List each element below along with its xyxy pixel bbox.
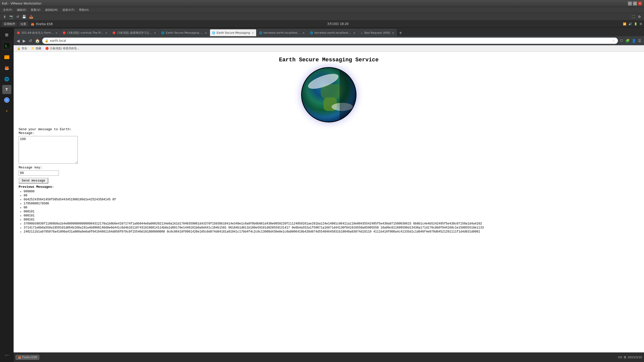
key-label: Message key: [19, 166, 639, 169]
list-item: 00 [24, 206, 639, 209]
list-item: 37090b59030f11060b0a1b4e0000000000000043… [24, 222, 639, 225]
sidebar-files-icon[interactable] [2, 52, 12, 62]
tab-5-close[interactable]: × [302, 31, 305, 35]
bookmark-0-icon: 🔒 [17, 47, 21, 50]
vm-toolbar: ⏸ 📷 ↺ 💾 📤 ⛶ ⚙ [0, 13, 644, 21]
bookmark-0-label: 安全 [22, 47, 27, 50]
kali-main: ⊞ $_ 🦊 🌐 T ⚡ ⋯ [0, 28, 644, 362]
list-item: 000101 [24, 218, 639, 221]
sidebar-terminal-icon[interactable]: $_ [2, 41, 12, 51]
menu-file[interactable]: 文件(F) [1, 8, 14, 12]
vm-fullscreen-btn[interactable]: ⛶ [631, 14, 636, 20]
url-bar[interactable]: 🔒 earth.local ☆ [42, 37, 618, 44]
sidebar-grid-icon[interactable]: ⋯ [2, 350, 12, 360]
bookmark-2-label: (1条消息) 布里丹的毛... [50, 47, 79, 50]
tab-6[interactable]: 🌐 terratest.earth.local/testda... × [308, 29, 358, 36]
menu-btn[interactable]: ☰ [637, 38, 642, 43]
vm-reset-btn[interactable]: ↺ [15, 14, 20, 20]
back-button[interactable]: ◀ [16, 37, 21, 44]
nav-bar: ◀ ▶ ↺ 🏠 🔒 earth.local ☆ 🛡 🧩 👤 [14, 36, 644, 45]
kali-panel-center: 3月10日 18:20 [55, 22, 621, 26]
tab-7-close[interactable]: × [392, 31, 394, 35]
forward-button[interactable]: ▶ [22, 37, 27, 44]
sidebar-burp-icon[interactable]: ⚡ [2, 106, 12, 116]
vm-send-btn[interactable]: 📤 [28, 14, 34, 20]
reload-button[interactable]: ↺ [28, 37, 33, 44]
tab-0[interactable]: 🔴 201-A9-命令注入·Farm... × [15, 29, 60, 36]
tab-1-close[interactable]: × [105, 31, 107, 35]
maximize-button[interactable]: □ [633, 2, 637, 6]
lock-icon: 🔒 [45, 39, 49, 42]
tab-3[interactable]: 🌐 Earth Secure Messaging Ad... × [159, 29, 209, 36]
vmware-window: Kali - VMware Workstation ─ □ ✕ 文件(F) 编辑… [0, 0, 644, 362]
message-label: Message: [19, 131, 639, 135]
tab-1-label: (3条消息) vulnhub The Pi... [67, 31, 103, 35]
sidebar-chrome-icon[interactable] [2, 95, 12, 105]
extensions-btn[interactable]: 🛡 [619, 38, 624, 43]
kali-panel-right: 📶 🔊 🔋 ⚙ [623, 22, 642, 26]
tab-6-close[interactable]: × [353, 31, 356, 35]
vm-snap-btn[interactable]: 📷 [8, 14, 14, 20]
bookmarks-bar: 🔒 安全 📁 隐藏 🔴 (1条消息) 布里丹的毛... [14, 45, 644, 52]
messages-list: 080000000d4252435841450f505d544345190018… [24, 190, 639, 234]
tab-0-close[interactable]: × [55, 31, 58, 35]
list-item: 080000 [24, 190, 639, 193]
bookmark-2[interactable]: 🔴 (1条消息) 布里丹的毛... [44, 46, 81, 51]
list-item: 000101 [24, 210, 639, 213]
tab-7[interactable]: ⚠ Bad Request (400) × [358, 29, 397, 36]
prev-messages-title: Previous Messages: [19, 185, 639, 189]
tab-1[interactable]: 🔴 (3条消息) vulnhub The Pi... × [60, 29, 110, 36]
menu-help[interactable]: 帮助(H) [77, 8, 91, 12]
bookmark-star-icon[interactable]: ☆ [612, 39, 615, 43]
page-title: Earth Secure Messaging Service [19, 57, 639, 63]
sidebar-text-icon[interactable]: T [2, 85, 11, 94]
places-menu-btn[interactable]: 位置 [19, 22, 28, 26]
menu-vm[interactable]: 虚拟机(M) [43, 8, 60, 12]
bookmark-1[interactable]: 📁 隐藏 [30, 46, 43, 51]
home-button[interactable]: 🏠 [34, 37, 41, 44]
addon-btn[interactable]: 🧩 [625, 38, 630, 43]
firefox-label: Firefox ESR [36, 22, 53, 26]
tab-3-close[interactable]: × [205, 31, 207, 35]
tab-4[interactable]: 🌐 Earth Secure Messaging × [210, 29, 256, 36]
kali-desktop: 应用程序 位置 🦊 Firefox ESR 3月10日 18:20 📶 🔊 🔋 … [0, 21, 644, 362]
message-input[interactable] [19, 136, 78, 164]
menu-view[interactable]: 查看(V) [29, 8, 42, 12]
network-icon: 📶 [623, 22, 626, 26]
taskbar-firefox-btn[interactable]: 🦊 Firefox ESR [16, 355, 39, 360]
sidebar-redfox-icon[interactable]: 🦊 [2, 63, 12, 73]
sidebar-apps-icon[interactable]: ⊞ [2, 30, 12, 40]
menu-edit[interactable]: 编辑(E) [15, 8, 28, 12]
new-tab-button[interactable]: + [397, 29, 404, 36]
tab-4-close[interactable]: × [252, 31, 254, 35]
window-controls: ─ □ ✕ [628, 2, 642, 6]
apps-menu-btn[interactable]: 应用程序 [2, 22, 17, 26]
bookmark-2-icon: 🔴 [45, 47, 49, 50]
message-key-input[interactable] [19, 170, 59, 176]
tab-5[interactable]: 🌐 terratest.earth.local/testing... × [257, 29, 307, 36]
sidebar-browser-icon[interactable]: 🌐 [2, 74, 12, 84]
tab-2-close[interactable]: × [154, 31, 156, 35]
tab-7-label: Bad Request (400) [365, 31, 390, 34]
tab-bar: 🔴 201-A9-命令注入·Farm... × 🔴 (3条消息) vulnhub… [14, 28, 644, 36]
vm-removable-btn[interactable]: 💾 [21, 14, 27, 20]
vmware-title: Kali - VMware Workstation [2, 2, 626, 5]
datetime-display: 3月10日 18:20 [327, 22, 348, 26]
close-button[interactable]: ✕ [638, 2, 642, 6]
vm-settings-btn[interactable]: ⚙ [637, 14, 642, 20]
user-btn[interactable]: 👤 [631, 38, 637, 43]
form-section: Send your message to Earth: Message: Mes… [19, 127, 639, 234]
tray-keyboard: CH [618, 356, 622, 359]
minimize-button[interactable]: ─ [628, 2, 632, 6]
send-message-button[interactable]: Send message [19, 178, 48, 184]
browser-area: 🔴 201-A9-命令注入·Farm... × 🔴 (3条消息) vulnhub… [14, 28, 644, 352]
vm-power-btn[interactable]: ⏸ [2, 14, 7, 20]
battery-icon: 🔋 [634, 22, 637, 26]
menu-tabs[interactable]: 选项卡(T) [60, 8, 76, 12]
tab-2[interactable]: 🔴 (3条消息) 渗透测试学习之... × [110, 29, 158, 36]
tab-4-label: Earth Secure Messaging [217, 31, 250, 34]
bookmark-0[interactable]: 🔒 安全 [16, 46, 29, 51]
tab-2-label: (3条消息) 渗透测试学习之... [117, 31, 152, 35]
tab-1-favicon: 🔴 [63, 31, 66, 34]
list-item: 00 [24, 194, 639, 197]
